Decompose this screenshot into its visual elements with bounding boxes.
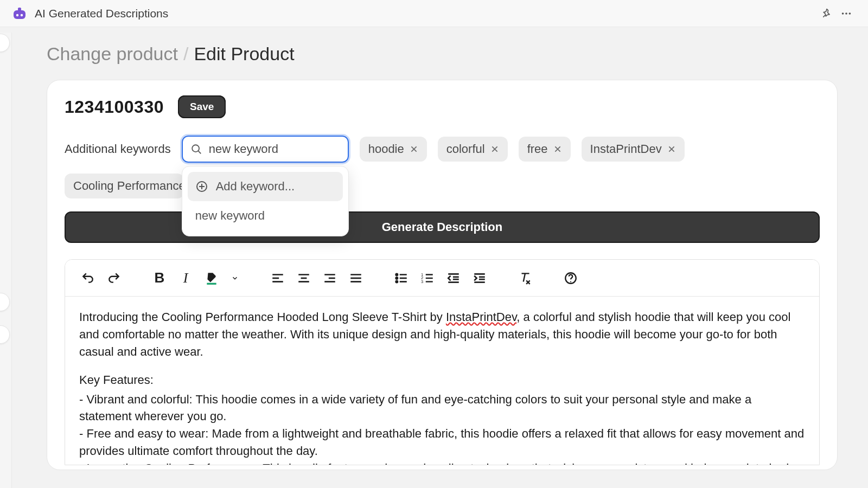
dropdown-add-keyword[interactable]: Add keyword...	[188, 172, 343, 201]
svg-rect-1	[18, 8, 21, 11]
align-justify-icon[interactable]	[345, 267, 367, 289]
pin-icon[interactable]	[817, 4, 837, 23]
chip-remove-icon[interactable]	[410, 145, 418, 153]
chip-remove-icon[interactable]	[490, 145, 499, 153]
keywords-label: Additional keywords	[65, 142, 171, 156]
chip-label: hoodie	[368, 142, 404, 156]
plus-circle-icon	[195, 180, 208, 193]
svg-rect-20	[207, 282, 216, 284]
keyword-dropdown: Add keyword... new keyword	[182, 166, 349, 236]
undo-icon[interactable]	[77, 267, 99, 289]
svg-point-3	[21, 14, 23, 16]
breadcrumb: Change product / Edit Product	[16, 27, 868, 80]
search-icon	[190, 143, 202, 155]
chip-remove-icon[interactable]	[667, 145, 676, 153]
align-left-icon[interactable]	[267, 267, 289, 289]
indent-icon[interactable]	[469, 267, 490, 289]
editor-text: - Vibrant and colorful: This hoodie come…	[79, 391, 805, 426]
keyword-chip: hoodie	[360, 137, 427, 162]
svg-text:3: 3	[421, 279, 423, 284]
rail-dot	[0, 34, 10, 52]
svg-point-4	[842, 12, 844, 15]
editor-content[interactable]: Introducing the Cooling Performance Hood…	[65, 297, 819, 465]
rich-text-editor: B I 123	[65, 259, 820, 465]
editor-toolbar: B I 123	[65, 260, 819, 297]
chip-label: colorful	[446, 142, 485, 156]
left-rail	[0, 33, 12, 488]
align-center-icon[interactable]	[293, 267, 315, 289]
app-bar: AI Generated Descriptions	[0, 0, 868, 27]
outdent-icon[interactable]	[443, 267, 464, 289]
italic-icon[interactable]: I	[175, 267, 196, 289]
clear-format-icon[interactable]	[514, 267, 536, 289]
product-card: 1234100330 Save Additional keywords Add …	[47, 80, 838, 470]
bold-icon[interactable]: B	[149, 267, 170, 289]
rail-dot	[0, 325, 10, 344]
keyword-chip: free	[519, 137, 571, 162]
app-logo-icon	[12, 6, 27, 21]
app-title: AI Generated Descriptions	[35, 7, 168, 20]
rail-dot	[0, 293, 10, 311]
save-button[interactable]: Save	[178, 95, 226, 118]
text-color-icon[interactable]	[201, 267, 222, 289]
svg-point-37	[396, 280, 398, 282]
bullet-list-icon[interactable]	[391, 267, 412, 289]
breadcrumb-current: Edit Product	[194, 43, 294, 65]
keyword-chip-truncated: Cooling Performance Ho	[65, 174, 184, 198]
svg-point-56	[570, 281, 571, 282]
chip-label: InstaPrintDev	[590, 142, 662, 156]
chip-remove-icon[interactable]	[553, 145, 562, 153]
svg-point-6	[849, 12, 851, 15]
editor-text: Introducing the Cooling Performance Hood…	[79, 310, 446, 324]
svg-rect-0	[14, 10, 25, 19]
editor-text: Key Features:	[79, 371, 805, 389]
chip-label: free	[527, 142, 548, 156]
svg-line-8	[198, 151, 201, 154]
product-id: 1234100330	[65, 97, 164, 117]
more-icon[interactable]	[837, 4, 856, 23]
editor-text: - Free and easy to wear: Made from a lig…	[79, 425, 805, 460]
editor-text-misspelled: InstaPrintDev	[446, 310, 516, 324]
svg-point-5	[845, 12, 847, 15]
dropdown-add-label: Add keyword...	[216, 179, 295, 194]
keyword-search-input[interactable]	[209, 142, 340, 156]
editor-text: - Innovative Cooling Performance: This h…	[79, 460, 805, 465]
dropdown-suggestion[interactable]: new keyword	[188, 201, 343, 230]
svg-point-33	[396, 273, 398, 275]
keyword-chip: colorful	[438, 137, 508, 162]
svg-point-2	[16, 14, 18, 16]
generate-description-button[interactable]: Generate Description	[65, 211, 820, 243]
numbered-list-icon[interactable]: 123	[417, 267, 438, 289]
help-icon[interactable]	[560, 267, 582, 289]
keyword-chip: InstaPrintDev	[582, 137, 685, 162]
redo-icon[interactable]	[103, 267, 125, 289]
keyword-search-box[interactable]	[182, 136, 349, 163]
breadcrumb-parent[interactable]: Change product	[47, 43, 178, 65]
svg-point-7	[192, 145, 199, 152]
breadcrumb-separator: /	[183, 43, 188, 65]
align-right-icon[interactable]	[319, 267, 341, 289]
dropdown-suggestion-label: new keyword	[195, 209, 265, 223]
svg-point-35	[396, 277, 398, 279]
text-color-dropdown-icon[interactable]	[227, 267, 243, 289]
